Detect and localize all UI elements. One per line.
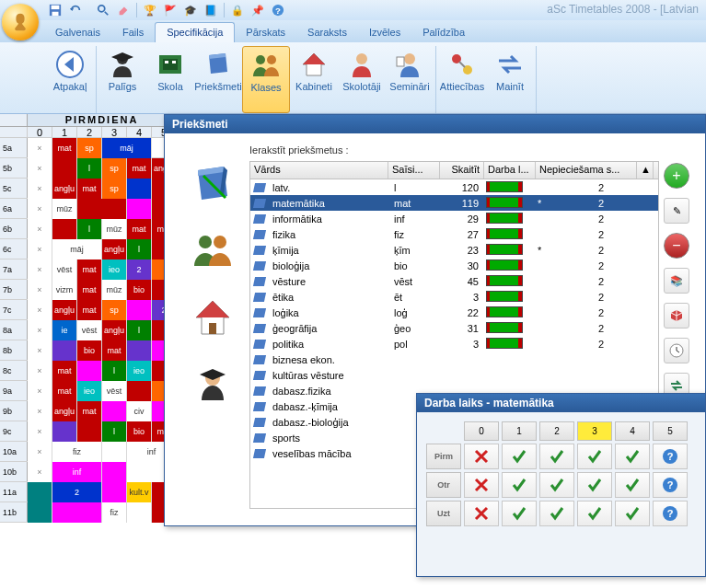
timetable-cell[interactable]: kult.v [127, 482, 152, 502]
subject-row[interactable]: matemātikamat119*2 [250, 195, 658, 211]
timetable-cell[interactable]: × [28, 199, 52, 219]
timeoff-cell[interactable]: ? [653, 472, 688, 498]
menu-tab-galvenais[interactable]: Galvenais [44, 23, 111, 42]
menu-tab-palīdzība[interactable]: Palīdzība [411, 23, 476, 42]
subject-row[interactable]: politikapol32 [250, 336, 658, 352]
class-label[interactable]: 9a [0, 381, 28, 400]
relations-button[interactable]: Attiecības [438, 46, 486, 113]
timeoff-cell[interactable] [615, 444, 650, 469]
class-label[interactable]: 7c [0, 300, 28, 319]
class-label[interactable]: 7a [0, 259, 28, 279]
timeoff-cell[interactable] [539, 444, 574, 469]
subject-row[interactable]: ētikaēt32 [250, 289, 658, 305]
timetable-cell[interactable]: vēst [77, 320, 102, 340]
timetable-cell[interactable]: mūz [52, 199, 77, 219]
school-button[interactable]: Skola [146, 46, 194, 113]
undo-icon[interactable] [66, 2, 85, 18]
timetable-cell[interactable]: sp [102, 179, 127, 199]
class-label[interactable]: 9b [0, 401, 28, 421]
timeoff-row-header[interactable]: Pirm [426, 444, 461, 469]
timetable-cell[interactable]: × [28, 259, 52, 280]
timetable-cell[interactable]: × [28, 381, 52, 401]
timetable-cell[interactable]: × [28, 280, 52, 300]
timeoff-row-header[interactable]: Uzt [426, 501, 461, 526]
timetable-cell[interactable] [52, 421, 77, 442]
timeoff-cell[interactable] [502, 472, 537, 498]
timetable-cell[interactable] [102, 442, 127, 462]
subject-row[interactable]: kultūras vēsture [250, 367, 658, 383]
class-label[interactable]: 11a [0, 482, 28, 502]
classes-button[interactable]: Klases [242, 46, 290, 113]
book-icon[interactable]: 📘 [202, 2, 220, 18]
timetable-cell[interactable] [127, 300, 152, 320]
timetable-cell[interactable] [28, 502, 52, 523]
timetable-cell[interactable]: mūz [102, 280, 127, 300]
timetable-cell[interactable]: ieo [127, 361, 152, 381]
timetable-cell[interactable]: l [102, 421, 127, 442]
class-label[interactable]: 8b [0, 340, 28, 360]
timetable-cell[interactable]: × [28, 320, 52, 340]
timetable-cell[interactable] [77, 361, 102, 381]
timetable-cell[interactable]: angļu [52, 179, 77, 199]
pin-icon[interactable]: 📌 [249, 2, 267, 18]
menu-tab-pārskats[interactable]: Pārskats [235, 23, 296, 42]
timetable-cell[interactable]: mūz [102, 219, 127, 239]
flag-icon[interactable]: 🚩 [161, 2, 179, 18]
timetable-cell[interactable]: × [28, 158, 52, 179]
timeoff-cell[interactable] [464, 444, 499, 469]
class-label[interactable]: 10b [0, 462, 28, 481]
timeoff-col-header[interactable]: 2 [539, 421, 574, 441]
timeoff-cell[interactable] [577, 444, 612, 469]
timetable-cell[interactable] [102, 462, 127, 482]
search-icon[interactable] [94, 2, 112, 18]
eraser-icon[interactable] [114, 2, 133, 18]
timetable-cell[interactable]: fiz [52, 442, 102, 462]
timetable-cell[interactable]: 2 [52, 482, 102, 502]
timetable-cell[interactable] [52, 340, 77, 361]
timetable-cell[interactable] [127, 199, 152, 219]
help-icon[interactable]: ? [269, 2, 287, 18]
cube-button[interactable] [664, 303, 689, 329]
subject-row[interactable]: latv.l1202 [250, 179, 658, 195]
timetable-cell[interactable]: 2 [127, 259, 152, 280]
timeoff-cell[interactable] [464, 501, 499, 526]
class-label[interactable]: 8a [0, 320, 28, 340]
timetable-cell[interactable]: sp [102, 300, 127, 320]
back-button[interactable]: Atpakaļ [46, 46, 94, 113]
timeoff-col-header[interactable]: 3 [577, 421, 612, 441]
timetable-cell[interactable] [127, 502, 152, 523]
timeoff-cell[interactable]: ? [653, 444, 688, 469]
timeoff-col-header[interactable]: 4 [615, 421, 650, 441]
timetable-cell[interactable]: mat [52, 138, 77, 158]
timetable-cell[interactable] [102, 401, 127, 421]
timetable-cell[interactable]: vēst [102, 381, 127, 401]
timetable-cell[interactable]: māj [52, 239, 102, 259]
lock-icon[interactable]: 🔒 [228, 2, 247, 18]
timetable-cell[interactable]: × [28, 340, 52, 361]
subject-row[interactable]: biznesa ekon. [250, 352, 658, 367]
class-label[interactable]: 8c [0, 361, 28, 380]
timeoff-col-header[interactable]: 0 [464, 421, 499, 441]
timeoff-cell[interactable] [502, 444, 537, 469]
timeoff-col-header[interactable]: 1 [502, 421, 537, 441]
menu-tab-izvēles[interactable]: Izvēles [358, 23, 411, 42]
timetable-cell[interactable]: vēst [52, 259, 77, 280]
menu-tab-fails[interactable]: Fails [111, 23, 155, 42]
clock-button[interactable] [664, 338, 689, 363]
class-label[interactable]: 6c [0, 239, 28, 259]
timetable-cell[interactable]: bio [127, 280, 152, 300]
app-orb[interactable] [2, 4, 39, 40]
timetable-cell[interactable]: angļu [52, 401, 77, 421]
timetable-cell[interactable]: mat [77, 179, 102, 199]
subject-row[interactable]: ģeogrāfijaģeo312 [250, 320, 658, 336]
subjects-button[interactable]: Priekšmeti [194, 46, 242, 113]
seminars-button[interactable]: Semināri [386, 46, 434, 113]
class-label[interactable]: 5c [0, 179, 28, 198]
subject-row[interactable]: loģikaloģ222 [250, 305, 658, 320]
timetable-cell[interactable]: mat [77, 401, 102, 421]
timetable-cell[interactable]: mat [52, 361, 77, 381]
timetable-cell[interactable]: civ [127, 401, 152, 421]
timetable-cell[interactable]: l [127, 320, 152, 340]
timetable-cell[interactable] [127, 381, 152, 401]
teachers-button[interactable]: Skolotāji [338, 46, 386, 113]
